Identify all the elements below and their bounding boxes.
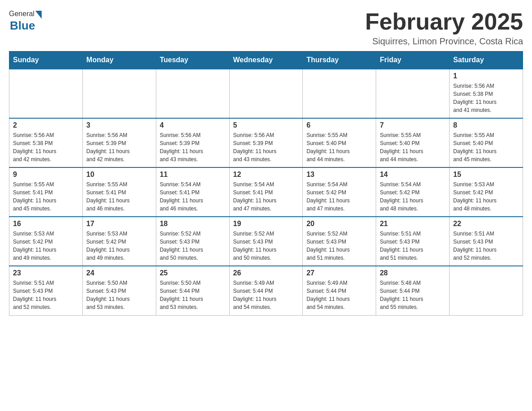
calendar-cell: 13Sunrise: 5:54 AM Sunset: 5:42 PM Dayli… [303, 167, 376, 217]
day-info: Sunrise: 5:51 AM Sunset: 5:43 PM Dayligh… [13, 279, 79, 311]
day-header-monday: Monday [82, 51, 156, 69]
calendar-cell: 4Sunrise: 5:56 AM Sunset: 5:39 PM Daylig… [156, 118, 229, 167]
calendar-cell: 26Sunrise: 5:49 AM Sunset: 5:44 PM Dayli… [229, 266, 303, 315]
calendar-cell: 7Sunrise: 5:55 AM Sunset: 5:40 PM Daylig… [376, 118, 450, 167]
day-info: Sunrise: 5:55 AM Sunset: 5:40 PM Dayligh… [453, 131, 519, 163]
day-number: 26 [233, 269, 299, 277]
calendar-table: SundayMondayTuesdayWednesdayThursdayFrid… [9, 51, 523, 316]
day-number: 27 [306, 269, 372, 277]
day-header-friday: Friday [376, 51, 450, 69]
day-number: 8 [453, 121, 519, 129]
day-number: 7 [380, 121, 446, 129]
calendar-cell: 15Sunrise: 5:53 AM Sunset: 5:42 PM Dayli… [450, 167, 523, 217]
day-number: 6 [306, 121, 372, 129]
title-section: February 2025 Siquirres, Limon Province,… [365, 9, 523, 47]
calendar-cell: 17Sunrise: 5:53 AM Sunset: 5:42 PM Dayli… [82, 217, 156, 266]
day-info: Sunrise: 5:53 AM Sunset: 5:42 PM Dayligh… [13, 230, 79, 262]
day-header-thursday: Thursday [303, 51, 376, 69]
day-number: 16 [13, 220, 79, 228]
calendar-cell: 21Sunrise: 5:51 AM Sunset: 5:43 PM Dayli… [376, 217, 450, 266]
day-info: Sunrise: 5:54 AM Sunset: 5:42 PM Dayligh… [380, 180, 446, 213]
day-info: Sunrise: 5:48 AM Sunset: 5:44 PM Dayligh… [380, 279, 446, 311]
day-number: 22 [453, 220, 519, 228]
calendar-cell: 20Sunrise: 5:52 AM Sunset: 5:43 PM Dayli… [303, 217, 376, 266]
logo-arrow-icon [35, 11, 42, 19]
calendar-cell: 24Sunrise: 5:50 AM Sunset: 5:43 PM Dayli… [82, 266, 156, 315]
day-number: 23 [13, 269, 79, 277]
day-info: Sunrise: 5:50 AM Sunset: 5:43 PM Dayligh… [86, 279, 152, 311]
day-number: 21 [380, 220, 446, 228]
logo-blue-text: Blue [10, 19, 35, 32]
day-info: Sunrise: 5:56 AM Sunset: 5:39 PM Dayligh… [86, 131, 152, 163]
day-info: Sunrise: 5:56 AM Sunset: 5:39 PM Dayligh… [233, 131, 299, 163]
day-number: 12 [233, 171, 299, 179]
day-number: 15 [453, 171, 519, 179]
day-info: Sunrise: 5:54 AM Sunset: 5:42 PM Dayligh… [306, 180, 372, 213]
day-info: Sunrise: 5:50 AM Sunset: 5:44 PM Dayligh… [160, 279, 226, 311]
calendar-cell: 18Sunrise: 5:52 AM Sunset: 5:43 PM Dayli… [156, 217, 229, 266]
day-number: 13 [306, 171, 372, 179]
day-header-wednesday: Wednesday [229, 51, 303, 69]
day-info: Sunrise: 5:53 AM Sunset: 5:42 PM Dayligh… [86, 230, 152, 262]
calendar-week-row: 16Sunrise: 5:53 AM Sunset: 5:42 PM Dayli… [9, 217, 523, 266]
calendar-week-row: 23Sunrise: 5:51 AM Sunset: 5:43 PM Dayli… [9, 266, 523, 315]
location-text: Siquirres, Limon Province, Costa Rica [365, 36, 523, 47]
day-number: 24 [86, 269, 152, 277]
calendar-cell: 27Sunrise: 5:49 AM Sunset: 5:44 PM Dayli… [303, 266, 376, 315]
day-number: 17 [86, 220, 152, 228]
calendar-week-row: 9Sunrise: 5:55 AM Sunset: 5:41 PM Daylig… [9, 167, 523, 217]
logo-general-text: General [9, 10, 34, 18]
day-info: Sunrise: 5:52 AM Sunset: 5:43 PM Dayligh… [233, 230, 299, 262]
calendar-cell: 22Sunrise: 5:51 AM Sunset: 5:43 PM Dayli… [450, 217, 523, 266]
page-header: General Blue February 2025 Siquirres, Li… [9, 9, 523, 47]
calendar-cell: 23Sunrise: 5:51 AM Sunset: 5:43 PM Dayli… [9, 266, 83, 315]
calendar-cell: 19Sunrise: 5:52 AM Sunset: 5:43 PM Dayli… [229, 217, 303, 266]
calendar-cell: 25Sunrise: 5:50 AM Sunset: 5:44 PM Dayli… [156, 266, 229, 315]
day-header-sunday: Sunday [9, 51, 83, 69]
day-number: 11 [160, 171, 226, 179]
calendar-cell: 28Sunrise: 5:48 AM Sunset: 5:44 PM Dayli… [376, 266, 450, 315]
day-number: 1 [453, 72, 519, 80]
calendar-cell: 1Sunrise: 5:56 AM Sunset: 5:38 PM Daylig… [450, 69, 523, 118]
day-number: 18 [160, 220, 226, 228]
calendar-cell: 12Sunrise: 5:54 AM Sunset: 5:41 PM Dayli… [229, 167, 303, 217]
day-number: 14 [380, 171, 446, 179]
day-number: 5 [233, 121, 299, 129]
day-header-tuesday: Tuesday [156, 51, 229, 69]
day-info: Sunrise: 5:56 AM Sunset: 5:39 PM Dayligh… [160, 131, 226, 163]
day-number: 4 [160, 121, 226, 129]
calendar-cell: 16Sunrise: 5:53 AM Sunset: 5:42 PM Dayli… [9, 217, 83, 266]
calendar-cell [450, 266, 523, 315]
day-info: Sunrise: 5:51 AM Sunset: 5:43 PM Dayligh… [453, 230, 519, 262]
day-number: 28 [380, 269, 446, 277]
day-info: Sunrise: 5:52 AM Sunset: 5:43 PM Dayligh… [306, 230, 372, 262]
day-info: Sunrise: 5:53 AM Sunset: 5:42 PM Dayligh… [453, 180, 519, 213]
logo: General Blue [9, 9, 42, 33]
day-info: Sunrise: 5:52 AM Sunset: 5:43 PM Dayligh… [160, 230, 226, 262]
day-number: 2 [13, 121, 79, 129]
calendar-cell [9, 69, 83, 118]
calendar-cell: 5Sunrise: 5:56 AM Sunset: 5:39 PM Daylig… [229, 118, 303, 167]
calendar-cell [82, 69, 156, 118]
calendar-week-row: 1Sunrise: 5:56 AM Sunset: 5:38 PM Daylig… [9, 69, 523, 118]
day-info: Sunrise: 5:55 AM Sunset: 5:41 PM Dayligh… [86, 180, 152, 213]
calendar-cell: 9Sunrise: 5:55 AM Sunset: 5:41 PM Daylig… [9, 167, 83, 217]
calendar-cell: 8Sunrise: 5:55 AM Sunset: 5:40 PM Daylig… [450, 118, 523, 167]
day-number: 20 [306, 220, 372, 228]
calendar-cell: 11Sunrise: 5:54 AM Sunset: 5:41 PM Dayli… [156, 167, 229, 217]
day-info: Sunrise: 5:54 AM Sunset: 5:41 PM Dayligh… [160, 180, 226, 213]
day-info: Sunrise: 5:55 AM Sunset: 5:40 PM Dayligh… [380, 131, 446, 163]
calendar-cell: 10Sunrise: 5:55 AM Sunset: 5:41 PM Dayli… [82, 167, 156, 217]
day-info: Sunrise: 5:49 AM Sunset: 5:44 PM Dayligh… [233, 279, 299, 311]
calendar-cell: 2Sunrise: 5:56 AM Sunset: 5:38 PM Daylig… [9, 118, 83, 167]
day-info: Sunrise: 5:51 AM Sunset: 5:43 PM Dayligh… [380, 230, 446, 262]
calendar-cell: 3Sunrise: 5:56 AM Sunset: 5:39 PM Daylig… [82, 118, 156, 167]
day-info: Sunrise: 5:56 AM Sunset: 5:38 PM Dayligh… [13, 131, 79, 163]
day-number: 25 [160, 269, 226, 277]
day-number: 19 [233, 220, 299, 228]
calendar-cell [156, 69, 229, 118]
day-number: 3 [86, 121, 152, 129]
month-title: February 2025 [365, 9, 523, 34]
day-header-saturday: Saturday [450, 51, 523, 69]
calendar-cell [229, 69, 303, 118]
